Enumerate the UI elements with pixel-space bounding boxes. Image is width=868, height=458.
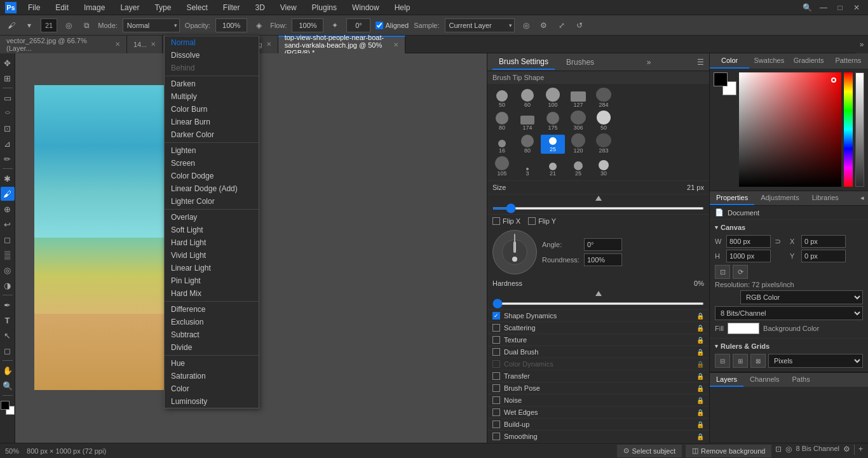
brush-item-30[interactable]: 30 — [592, 160, 616, 177]
menu-layer[interactable]: Layer — [116, 2, 143, 13]
tool-clone[interactable]: ⊕ — [1, 202, 15, 216]
brush-item-25-selected[interactable]: 25 — [541, 135, 565, 154]
brush-item-105[interactable]: 105 — [490, 156, 514, 177]
tool-eraser[interactable]: ◻ — [1, 232, 15, 246]
blend-linear-light[interactable]: Linear Light — [165, 262, 259, 274]
brush-settings-tab[interactable]: Brush Settings — [492, 55, 555, 70]
noise-checkbox[interactable] — [492, 396, 500, 404]
menu-window[interactable]: Window — [348, 2, 383, 13]
settings-icon[interactable]: ⚙ — [538, 19, 550, 32]
brush-item-50b[interactable]: 50 — [592, 111, 616, 131]
flow-input[interactable] — [292, 18, 323, 32]
dual-brush-lock[interactable]: 🔒 — [696, 349, 704, 356]
blend-darken[interactable]: Darken — [165, 77, 259, 90]
tab-1[interactable]: 14... ✕ — [127, 36, 163, 53]
smoothing-label[interactable]: Smoothing — [504, 433, 696, 440]
mode-dropdown[interactable]: Normal — [123, 18, 180, 32]
sample-dropdown[interactable]: Current Layer — [445, 18, 515, 32]
smoothing-lock[interactable]: 🔒 — [696, 433, 704, 440]
brush-item-25b[interactable]: 25 — [566, 161, 590, 177]
angle-dial[interactable] — [492, 230, 537, 274]
blend-hard-mix[interactable]: Hard Mix — [165, 287, 259, 300]
smoothing-checkbox[interactable] — [492, 433, 500, 440]
mode-select[interactable]: RGB Color CMYK Color Grayscale — [740, 290, 863, 304]
transfer-label[interactable]: Transfer — [504, 372, 696, 380]
tool-hand[interactable]: ✋ — [1, 363, 15, 377]
color-tab[interactable]: Color — [710, 53, 749, 69]
blend-darker-color[interactable]: Darker Color — [165, 128, 259, 141]
tool-history-brush[interactable]: ↩ — [1, 217, 15, 231]
blend-color-dodge[interactable]: Color Dodge — [165, 170, 259, 182]
x-input[interactable] — [801, 235, 846, 248]
texture-label[interactable]: Texture — [504, 336, 696, 344]
brush-item-80[interactable]: 80 — [490, 112, 514, 131]
flip-y-label[interactable]: Flip Y — [528, 217, 556, 225]
tool-pen[interactable]: ✒ — [1, 298, 15, 312]
properties-tab[interactable]: Properties — [710, 191, 754, 205]
noise-label[interactable]: Noise — [504, 396, 696, 404]
brush-pose-lock[interactable]: 🔒 — [696, 385, 704, 392]
zoom-fit-icon[interactable]: ⤢ — [555, 19, 568, 32]
brush-item-306[interactable]: 306 — [566, 111, 590, 131]
tool-path-select[interactable]: ↖ — [1, 328, 15, 342]
swatches-tab[interactable]: Swatches — [749, 53, 789, 69]
menu-type[interactable]: Type — [151, 2, 175, 13]
flip-x-label[interactable]: Flip X — [492, 217, 520, 225]
opacity-input[interactable] — [215, 18, 247, 32]
fill-color-swatch[interactable] — [728, 323, 759, 334]
h-input[interactable] — [726, 250, 771, 262]
gradients-tab[interactable]: Gradients — [789, 53, 829, 69]
tool-zoom[interactable]: 🔍 — [1, 379, 15, 393]
transfer-checkbox[interactable] — [492, 372, 500, 380]
status-icon-1[interactable]: ⊡ — [775, 445, 782, 457]
aligned-checkbox[interactable] — [376, 22, 383, 29]
menu-plugins[interactable]: Plugins — [308, 2, 341, 13]
rulers-title[interactable]: Rulers & Grids — [715, 342, 863, 350]
blend-luminosity[interactable]: Luminosity — [165, 395, 259, 408]
brush-tip-shape-section[interactable]: Brush Tip Shape — [487, 71, 709, 84]
blend-dissolve[interactable]: Dissolve — [165, 49, 259, 62]
brush-item-21[interactable]: 21 — [541, 163, 565, 177]
buildup-checkbox[interactable] — [492, 421, 500, 428]
transfer-lock[interactable]: 🔒 — [696, 373, 704, 380]
aligned-checkbox-label[interactable]: Aligned — [376, 22, 409, 29]
blend-color-burn[interactable]: Color Burn — [165, 103, 259, 116]
foreground-swatch[interactable] — [1, 401, 10, 410]
brush-item-120[interactable]: 120 — [566, 133, 590, 154]
ruler-unit-select[interactable]: Pixels Inches Centimeters — [768, 354, 863, 368]
brush-item-3[interactable]: 3 — [515, 168, 539, 177]
blend-divide[interactable]: Divide — [165, 341, 259, 354]
tool-type[interactable]: T — [1, 313, 15, 327]
flow-icon[interactable]: ✦ — [329, 19, 341, 32]
tab-0[interactable]: vector_2652.jpg @ 66.7% (Layer... ✕ — [0, 36, 127, 53]
tool-shape[interactable]: ◻ — [1, 344, 15, 358]
brush-preset-icon[interactable]: ▾ — [23, 19, 36, 32]
tab-close-0[interactable]: ✕ — [115, 41, 120, 48]
rotate-icon-btn[interactable]: ⟳ — [733, 265, 748, 279]
blend-lighten[interactable]: Lighten — [165, 144, 259, 157]
brush-size-display[interactable]: 21 — [41, 18, 57, 32]
scattering-label[interactable]: Scattering — [504, 324, 696, 332]
menu-filter[interactable]: Filter — [219, 2, 244, 13]
noise-lock[interactable]: 🔒 — [696, 397, 704, 404]
tab-close-3[interactable]: ✕ — [393, 41, 398, 48]
texture-lock[interactable]: 🔒 — [696, 337, 704, 344]
channels-tab[interactable]: Channels — [743, 373, 785, 387]
w-input[interactable] — [726, 235, 771, 248]
blend-exclusion[interactable]: Exclusion — [165, 316, 259, 328]
shape-dynamics-lock[interactable]: 🔒 — [696, 313, 704, 320]
tool-blur[interactable]: ◎ — [1, 263, 15, 277]
tabs-overflow[interactable]: » — [855, 36, 868, 53]
blend-hue[interactable]: Hue — [165, 357, 259, 370]
hardness-slider[interactable] — [492, 302, 704, 305]
paths-tab[interactable]: Paths — [786, 373, 817, 387]
tool-brush[interactable]: 🖌 — [1, 187, 15, 201]
color-spectrum[interactable] — [739, 72, 841, 187]
tab-3[interactable]: top-view-shot-people-near-boat-sand-vark… — [278, 36, 405, 53]
scattering-checkbox[interactable] — [492, 324, 500, 332]
brush-item-100[interactable]: 100 — [541, 88, 565, 108]
fg-color-swatch[interactable] — [714, 72, 728, 86]
brush-item-283[interactable]: 283 — [592, 133, 616, 154]
blend-difference[interactable]: Difference — [165, 303, 259, 316]
tool-lasso[interactable]: ⌔ — [1, 106, 15, 120]
